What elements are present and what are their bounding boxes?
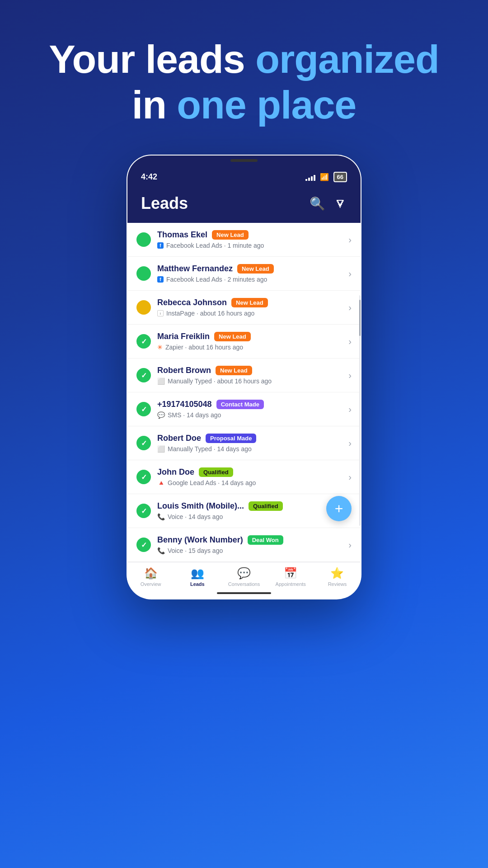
source-text: Facebook Lead Ads · 2 minutes ago: [166, 276, 267, 283]
list-item[interactable]: Thomas Ekel New Lead f Facebook Lead Ads…: [127, 223, 361, 257]
avatar: ✓: [136, 334, 151, 349]
source-text: Manually Typed · 14 days ago: [168, 445, 252, 453]
source-text: InstaPage · about 16 hours ago: [166, 310, 254, 317]
status-badge: Contact Made: [216, 400, 264, 409]
lead-name-row: Thomas Ekel New Lead: [157, 230, 342, 240]
source-text: Zapier · about 16 hours ago: [165, 344, 243, 351]
status-badge: Qualified: [199, 467, 233, 477]
list-item[interactable]: ✓ Louis Smith (Mobile)... Qualified 📞 Vo…: [127, 494, 361, 528]
facebook-icon: f: [157, 276, 164, 283]
lead-content-7: John Doe Qualified 🔺 Google Lead Ads · 1…: [157, 467, 342, 486]
avatar: ✓: [136, 470, 151, 484]
list-item[interactable]: ✓ Maria Freiklin New Lead ✳ Zapier · abo…: [127, 325, 361, 359]
nav-item-conversations[interactable]: 💬 Conversations: [221, 567, 267, 587]
lead-name: +19174105048: [157, 400, 212, 409]
hero-line2-blue: one place: [177, 82, 356, 127]
scroll-indicator: [359, 295, 361, 526]
source-text: Voice · 14 days ago: [168, 513, 223, 520]
phone-top: [127, 156, 361, 165]
nav-item-appointments[interactable]: 📅 Appointments: [267, 567, 314, 587]
lead-source: 📞 Voice · 14 days ago: [157, 513, 342, 520]
lead-content-2: Rebecca Johnson New Lead i InstaPage · a…: [157, 298, 342, 317]
signal-bars: [305, 174, 315, 181]
nav-label-reviews: Reviews: [328, 581, 347, 587]
lead-content-1: Matthew Fernandez New Lead f Facebook Le…: [157, 264, 342, 283]
status-badge: New Lead: [237, 264, 274, 274]
google-icon: 🔺: [157, 479, 165, 486]
lead-name-row: Matthew Fernandez New Lead: [157, 264, 342, 274]
lead-name: Maria Freiklin: [157, 332, 210, 341]
lead-source: f Facebook Lead Ads · 2 minutes ago: [157, 276, 342, 283]
avatar: [136, 300, 151, 315]
nav-item-overview[interactable]: 🏠 Overview: [127, 567, 174, 587]
status-right: 📶 66: [305, 172, 347, 182]
lead-name-row: +19174105048 Contact Made: [157, 400, 342, 409]
nav-icon-overview: 🏠: [144, 567, 158, 580]
lead-content-3: Maria Freiklin New Lead ✳ Zapier · about…: [157, 332, 342, 351]
leads-list: Thomas Ekel New Lead f Facebook Lead Ads…: [127, 223, 361, 562]
status-badge: Qualified: [249, 501, 283, 511]
list-item[interactable]: Matthew Fernandez New Lead f Facebook Le…: [127, 257, 361, 291]
scroll-thumb: [359, 300, 361, 336]
lead-content-4: Robert Brown New Lead ⬜ Manually Typed ·…: [157, 366, 342, 385]
speaker: [230, 159, 258, 162]
add-lead-fab[interactable]: +: [326, 496, 352, 521]
lead-name-row: Louis Smith (Mobile)... Qualified: [157, 501, 342, 511]
avatar: ✓: [136, 436, 151, 450]
nav-label-appointments: Appointments: [276, 581, 306, 587]
lead-name-row: Rebecca Johnson New Lead: [157, 298, 342, 307]
list-item[interactable]: ✓ Robert Doe Proposal Made ⬜ Manually Ty…: [127, 426, 361, 460]
lead-name: John Doe: [157, 467, 194, 477]
nav-icon-leads: 👥: [191, 567, 204, 580]
hero-line1-blue: organized: [255, 37, 439, 81]
manual-icon: ⬜: [157, 377, 165, 385]
source-text: Manually Typed · about 16 hours ago: [168, 377, 272, 385]
bottom-nav: 🏠 Overview 👥 Leads 💬 Conversations 📅 App…: [127, 562, 361, 590]
lead-name: Robert Brown: [157, 366, 211, 375]
instapage-icon: i: [157, 310, 164, 316]
lead-name-row: John Doe Qualified: [157, 467, 342, 477]
list-item[interactable]: ✓ John Doe Qualified 🔺 Google Lead Ads ·…: [127, 460, 361, 494]
hero-line1-white: Your leads: [49, 37, 244, 81]
list-item[interactable]: ✓ +19174105048 Contact Made 💬 SMS · 14 d…: [127, 392, 361, 426]
avatar: ✓: [136, 538, 151, 552]
nav-item-reviews[interactable]: ⭐ Reviews: [314, 567, 361, 587]
chevron-right-icon: ›: [348, 235, 352, 245]
lead-name-row: Benny (Work Number) Deal Won: [157, 535, 342, 545]
lead-name: Robert Doe: [157, 434, 201, 443]
lead-source: i InstaPage · about 16 hours ago: [157, 310, 342, 317]
avatar: ✓: [136, 402, 151, 416]
list-item[interactable]: ✓ Robert Brown New Lead ⬜ Manually Typed…: [127, 359, 361, 392]
filter-icon[interactable]: ⛛: [334, 196, 347, 211]
chevron-right-icon: ›: [348, 404, 352, 415]
sms-icon: 💬: [157, 411, 165, 419]
lead-content-6: Robert Doe Proposal Made ⬜ Manually Type…: [157, 434, 342, 453]
list-item[interactable]: ✓ Benny (Work Number) Deal Won 📞 Voice ·…: [127, 528, 361, 562]
zapier-icon: ✳: [157, 344, 163, 351]
facebook-icon: f: [157, 242, 164, 249]
lead-content-0: Thomas Ekel New Lead f Facebook Lead Ads…: [157, 230, 342, 249]
lead-source: 🔺 Google Lead Ads · 14 days ago: [157, 479, 342, 486]
source-text: Google Lead Ads · 14 days ago: [168, 479, 256, 486]
nav-item-leads[interactable]: 👥 Leads: [174, 567, 221, 587]
chevron-right-icon: ›: [348, 540, 352, 550]
lead-source: f Facebook Lead Ads · 1 minute ago: [157, 242, 342, 249]
lead-content-5: +19174105048 Contact Made 💬 SMS · 14 day…: [157, 400, 342, 419]
lead-source: ⬜ Manually Typed · 14 days ago: [157, 445, 342, 453]
lead-source: ✳ Zapier · about 16 hours ago: [157, 344, 342, 351]
voice-icon: 📞: [157, 547, 165, 554]
list-item[interactable]: Rebecca Johnson New Lead i InstaPage · a…: [127, 291, 361, 325]
phone-mockup: 4:42 📶 66 Leads 🔍 ⛛ Thomas Ekel: [127, 155, 361, 599]
lead-name: Louis Smith (Mobile)...: [157, 501, 244, 511]
chevron-right-icon: ›: [348, 370, 352, 381]
chevron-right-icon: ›: [348, 336, 352, 347]
avatar: ✓: [136, 504, 151, 518]
nav-label-leads: Leads: [190, 581, 205, 587]
lead-source: ⬜ Manually Typed · about 16 hours ago: [157, 377, 342, 385]
chevron-right-icon: ›: [348, 269, 352, 279]
search-icon[interactable]: 🔍: [310, 196, 325, 211]
manual-icon: ⬜: [157, 445, 165, 453]
status-badge: New Lead: [231, 298, 268, 307]
lead-content-8: Louis Smith (Mobile)... Qualified 📞 Voic…: [157, 501, 342, 520]
lead-source: 📞 Voice · 15 days ago: [157, 547, 342, 554]
